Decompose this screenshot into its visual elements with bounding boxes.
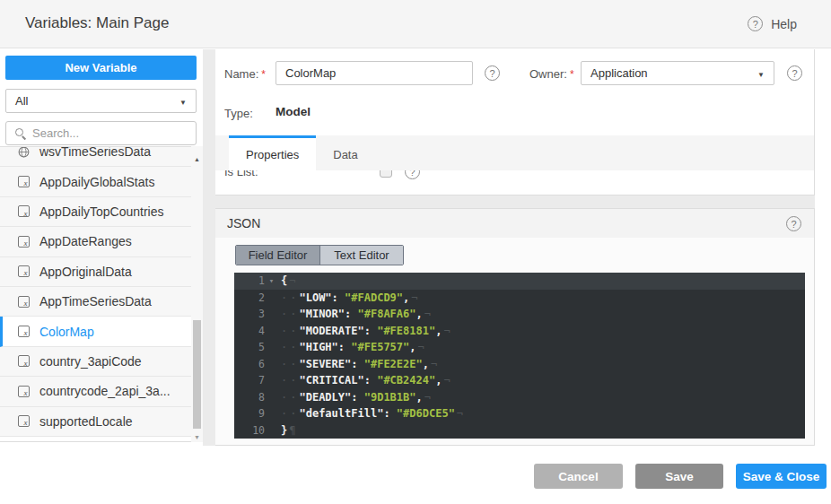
fold-gutter [265, 389, 278, 406]
is-list-row: Is List: [215, 170, 814, 195]
name-input[interactable] [276, 61, 473, 85]
filter-dropdown[interactable]: All [5, 89, 197, 113]
code-line: 8··"DEADLY": "9D1B1B", [234, 389, 805, 406]
variable-icon [18, 415, 30, 427]
fold-gutter [265, 323, 278, 340]
code-line: 6··"SEVERE": "#FE2E2E", [234, 356, 805, 373]
search-icon [14, 127, 26, 139]
variable-icon [18, 296, 30, 308]
sidebar-item[interactable]: AppDateRanges [0, 227, 203, 256]
sidebar-item-label: AppTimeSeriesData [39, 294, 152, 308]
sidebar-item[interactable]: ColorMap [0, 317, 203, 346]
globe-icon [18, 146, 30, 158]
type-value: Model [276, 105, 311, 118]
fold-gutter [265, 339, 278, 356]
name-owner-row: Name:* Owner:* Application [215, 61, 814, 85]
sidebar-item[interactable]: AppDailyGlobalStats [0, 167, 203, 196]
scroll-down-icon[interactable] [191, 431, 203, 442]
owner-help-icon[interactable] [787, 65, 802, 81]
sidebar-item[interactable]: AppDailyTopCountries [0, 197, 203, 227]
variable-icon [18, 176, 30, 187]
owner-dropdown-value: Application [590, 66, 648, 80]
variable-form-card: Name:* Owner:* Application Type: Model P… [215, 49, 815, 196]
tab-strip: Properties Data [215, 135, 814, 170]
sidebar-item-label: ColorMap [39, 325, 94, 339]
list-scrollbar[interactable] [191, 146, 203, 442]
text-editor-button[interactable]: Text Editor [319, 246, 403, 265]
variable-icon [18, 236, 30, 248]
fold-caret-icon[interactable] [265, 273, 278, 290]
json-code-editor[interactable]: 1{2··"LOW": "#FADCD9",3··"MINOR": "#F8AF… [234, 273, 805, 439]
json-section: JSON Field Editor Text Editor 1{2··"LOW"… [215, 208, 815, 446]
type-row: Type: Model [215, 105, 814, 121]
code-line: 10} [234, 422, 805, 439]
sidebar-item[interactable]: AppOriginalData [0, 257, 203, 287]
sidebar-item[interactable]: wsvTimeSeriesData [0, 146, 203, 167]
scroll-up-icon[interactable] [191, 153, 203, 164]
new-variable-button[interactable]: New Variable [5, 56, 197, 80]
help-circle-icon [748, 16, 763, 31]
code-line: 3··"MINOR": "#F8AFA6", [234, 306, 805, 323]
filter-dropdown-value: All [15, 94, 28, 108]
chevron-down-icon [757, 66, 765, 80]
code-line: 2··"LOW": "#FADCD9", [234, 290, 805, 307]
variable-icon [18, 326, 30, 337]
required-marker: * [570, 68, 574, 81]
name-help-icon[interactable] [485, 65, 500, 81]
fold-gutter [265, 405, 278, 422]
is-list-checkbox[interactable] [380, 170, 392, 178]
sidebar-item-label: AppDateRanges [39, 234, 132, 248]
panel-gap-horizontal [215, 196, 815, 208]
name-label: Name:* [224, 67, 266, 81]
fold-gutter [265, 356, 278, 373]
code-line: 5··"HIGH": "#FE5757", [234, 339, 805, 356]
tab-properties[interactable]: Properties [229, 135, 316, 170]
required-marker: * [261, 68, 266, 81]
field-editor-button[interactable]: Field Editor [236, 246, 319, 265]
variable-icon [18, 355, 30, 367]
code-line: 4··"MODERATE": "#FE8181", [234, 323, 805, 340]
sidebar-item[interactable]: countrycode_2api_3a... [0, 377, 203, 406]
sidebar-item-label: wsvTimeSeriesData [39, 146, 151, 159]
search-box[interactable] [5, 121, 197, 145]
fold-gutter [265, 422, 278, 439]
save-and-close-button[interactable]: Save & Close [736, 464, 827, 489]
sidebar-item-label: country_3apiCode [39, 354, 142, 369]
code-line: 1{ [234, 273, 805, 290]
tab-data[interactable]: Data [316, 135, 374, 170]
search-input[interactable] [32, 126, 190, 140]
variables-list: wsvTimeSeriesDataAppDailyGlobalStatsAppD… [0, 146, 203, 442]
variable-icon [18, 386, 30, 397]
header-bar: Variables: Main Page Help [0, 0, 831, 48]
type-label: Type: [224, 107, 253, 120]
owner-dropdown[interactable]: Application [581, 61, 774, 85]
help-link[interactable]: Help [748, 16, 797, 31]
code-line: 9··"defaultFill": "#D6DCE5" [234, 405, 805, 422]
save-button[interactable]: Save [635, 464, 723, 489]
is-list-label: Is List: [224, 170, 258, 178]
variable-icon [18, 205, 30, 217]
sidebar-item[interactable]: AppTimeSeriesData [0, 287, 203, 317]
fold-gutter [265, 372, 278, 389]
editor-mode-toggle: Field Editor Text Editor [235, 245, 404, 265]
json-help-icon[interactable] [786, 216, 801, 231]
is-list-help-icon[interactable] [405, 170, 420, 179]
sidebar-item-label: supportedLocale [39, 414, 133, 429]
sidebar-item-label: AppDailyTopCountries [39, 204, 164, 219]
fold-gutter [265, 290, 278, 307]
fold-gutter [265, 306, 278, 323]
panel-gap-vertical [203, 49, 215, 446]
json-section-title: JSON [227, 216, 260, 230]
page-title: Variables: Main Page [25, 14, 169, 32]
sidebar-item[interactable]: country_3apiCode [0, 347, 203, 377]
code-line: 7··"CRITICAL": "#CB2424", [234, 372, 805, 389]
cancel-button[interactable]: Cancel [534, 464, 623, 489]
owner-label: Owner:* [529, 67, 574, 81]
sidebar-item-label: AppDailyGlobalStats [39, 175, 154, 189]
scrollbar-thumb[interactable] [193, 320, 201, 429]
sidebar-item[interactable]: supportedLocale [0, 407, 203, 437]
help-label: Help [771, 17, 797, 31]
variables-sidebar: New Variable All wsvTimeSeriesDataAppDai… [0, 49, 203, 442]
sidebar-item-label: AppOriginalData [39, 265, 132, 279]
json-section-header: JSON [215, 209, 814, 238]
